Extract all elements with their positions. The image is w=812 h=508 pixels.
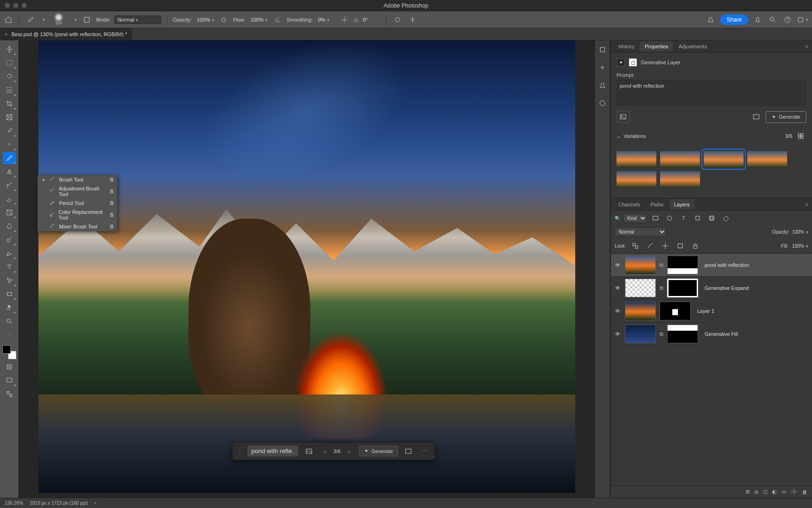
filter-smart-icon[interactable] [706, 212, 717, 224]
type-tool[interactable] [3, 261, 16, 273]
screen-mode-icon[interactable] [3, 374, 16, 387]
lasso-tool[interactable] [3, 70, 16, 83]
extra-tool-icon[interactable] [3, 388, 16, 400]
variation-thumbnail[interactable] [660, 151, 700, 167]
marquee-tool[interactable] [3, 57, 16, 69]
crop-tool[interactable] [3, 98, 16, 110]
variations-header[interactable]: ⌄ Variations 3/6 [617, 128, 806, 144]
brush-picker-dropdown[interactable] [72, 15, 77, 24]
canvas-area[interactable]: ⋮ ‹ 3/6 › ✦ Generate ⋯ ● Brush Tool B [19, 40, 594, 498]
quick-mask-icon[interactable] [3, 361, 16, 373]
brush-preview[interactable]: 100 [49, 14, 68, 25]
path-selection-tool[interactable] [3, 274, 16, 287]
visibility-icon[interactable]: 👁 [614, 262, 621, 268]
tab-paths[interactable]: Paths [646, 199, 668, 210]
panel-menu-icon[interactable]: ≡ [802, 42, 812, 51]
opacity-value[interactable]: 100% [195, 17, 214, 23]
status-dropdown-icon[interactable]: › [94, 500, 96, 506]
filter-toggle-icon[interactable]: ◯ [720, 212, 731, 224]
layer-row[interactable]: 👁 Layer 1 [611, 300, 812, 323]
tab-layers[interactable]: Layers [669, 199, 694, 210]
layer-opacity-value[interactable]: 100% [792, 229, 808, 235]
flyout-item-color-replacement[interactable]: Color Replacement Tool B [38, 208, 117, 222]
collapsed-panel-icon[interactable] [597, 62, 608, 73]
filter-pixel-icon[interactable] [650, 212, 661, 224]
lock-position-icon[interactable] [660, 240, 671, 251]
object-selection-tool[interactable] [3, 84, 16, 96]
layer-thumbnail[interactable] [625, 279, 656, 297]
document-canvas[interactable] [38, 40, 575, 493]
layer-mask-thumbnail[interactable] [660, 302, 691, 320]
eyedropper-tool[interactable] [3, 125, 16, 137]
eraser-tool[interactable] [3, 193, 16, 205]
layer-name[interactable]: Generative Expand [702, 285, 749, 291]
foreground-color-swatch[interactable] [2, 345, 11, 354]
opacity-pressure-icon[interactable] [218, 14, 229, 25]
image-reference-icon[interactable] [303, 446, 315, 457]
filter-shape-icon[interactable] [692, 212, 703, 224]
add-mask-icon[interactable]: ◻ [763, 489, 767, 495]
layer-name[interactable]: Layer 1 [694, 308, 714, 314]
reference-image-icon[interactable] [617, 111, 630, 123]
brush-tool[interactable] [3, 152, 16, 164]
move-tool[interactable] [3, 43, 16, 55]
rectangle-tool[interactable] [3, 288, 16, 300]
layer-name[interactable]: pond with reflection [702, 262, 749, 268]
clone-stamp-tool[interactable] [3, 166, 16, 178]
color-swatches[interactable] [2, 345, 16, 359]
gradient-tool[interactable] [3, 206, 16, 219]
tab-channels[interactable]: Channels [614, 199, 645, 210]
image-options-icon[interactable] [403, 446, 414, 457]
variation-thumbnail[interactable] [660, 171, 700, 188]
layer-style-icon[interactable]: fx [754, 489, 759, 495]
smoothing-options-icon[interactable] [339, 14, 350, 25]
generate-button[interactable]: ✦ Generate [766, 111, 806, 123]
symmetry-icon[interactable] [407, 14, 418, 25]
lock-artboard-icon[interactable] [675, 240, 686, 251]
window-controls[interactable] [0, 3, 27, 8]
layer-row[interactable]: 👁 ⧉ pond with reflection [611, 254, 812, 277]
document-dimensions[interactable]: 1810 px x 1723 px (160 ppi) [30, 500, 88, 506]
size-pressure-icon[interactable] [392, 14, 403, 25]
layer-row[interactable]: 👁 ⧉ Generative Expand [611, 277, 812, 300]
edit-toolbar-icon[interactable]: ⋯ [3, 329, 16, 341]
grid-view-icon[interactable] [795, 130, 806, 142]
close-tab-icon[interactable]: × [5, 31, 8, 37]
blend-mode-select[interactable]: Normal [114, 15, 161, 24]
maximize-window-icon[interactable] [22, 3, 27, 8]
next-variation-icon[interactable]: › [343, 446, 354, 457]
layer-filter-select[interactable]: Kind [623, 214, 647, 223]
filter-search-icon[interactable]: 🔍 [615, 216, 620, 221]
frame-tool[interactable] [3, 111, 16, 123]
fill-value[interactable]: 100% [792, 243, 808, 249]
image-thumb-icon[interactable] [751, 111, 762, 122]
smoothing-value[interactable]: 0% [316, 17, 335, 23]
variation-thumbnail[interactable] [747, 151, 787, 167]
workspace-switcher-icon[interactable] [797, 14, 808, 25]
flyout-item-pencil[interactable]: Pencil Tool B [38, 198, 117, 208]
collapsed-panel-icon[interactable] [597, 80, 608, 91]
lock-all-icon[interactable] [690, 240, 701, 251]
layer-name[interactable]: Generative Fill [702, 331, 738, 337]
generative-prompt-input[interactable] [247, 445, 299, 457]
layer-row[interactable]: 👁 ⧉ Generative Fill [611, 323, 812, 346]
variation-thumbnail[interactable] [617, 151, 656, 167]
layer-mask-thumbnail[interactable] [667, 256, 698, 274]
panel-menu-icon[interactable]: ≡ [802, 200, 812, 209]
tab-properties[interactable]: Properties [640, 41, 673, 52]
brush-settings-icon[interactable] [81, 14, 92, 25]
variation-thumbnail[interactable] [704, 151, 744, 167]
tool-preset-dropdown[interactable] [40, 15, 45, 24]
home-icon[interactable] [4, 15, 13, 24]
taskbar-grip-icon[interactable]: ⋮ [237, 448, 242, 454]
filter-type-icon[interactable]: T [678, 212, 689, 224]
prompt-textarea[interactable]: pond with reflection [617, 80, 806, 106]
notifications-icon[interactable] [752, 14, 763, 25]
lock-transparency-icon[interactable] [630, 240, 641, 251]
document-tab[interactable]: × Bear.psd @ 130% (pond with reflection,… [0, 28, 132, 40]
filter-adjustment-icon[interactable] [664, 212, 675, 224]
link-icon[interactable]: ⧉ [660, 331, 663, 337]
layer-thumbnail[interactable] [625, 302, 656, 320]
zoom-tool[interactable] [3, 315, 16, 327]
generate-button[interactable]: ✦ Generate [359, 446, 398, 456]
